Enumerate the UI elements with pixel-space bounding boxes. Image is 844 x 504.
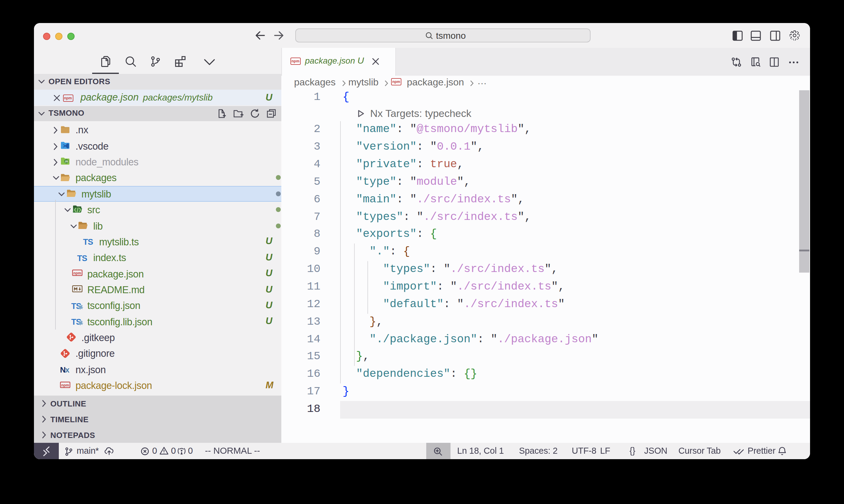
svg-text:JS: JS (65, 160, 68, 163)
svg-text:npm: npm (61, 383, 69, 387)
svg-text:npm: npm (73, 271, 81, 275)
